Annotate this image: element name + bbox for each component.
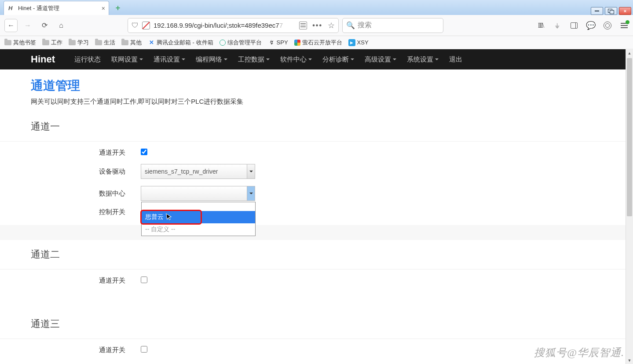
bookmarks-toolbar: 其他书签 工作 学习 生活 其他 ✕腾讯企业邮箱 - 收件箱 综合管理平台 ↯S… (0, 36, 633, 49)
url-text: 192.168.9.99/cgi-bin/luci/;stok=489fe39e… (154, 22, 283, 29)
dropdown-option-blank[interactable] (142, 202, 255, 211)
nav-forward-button[interactable]: → (21, 19, 34, 32)
chevron-down-icon (393, 58, 396, 62)
chevron-down-icon (182, 58, 185, 62)
window-minimize-button[interactable] (591, 7, 603, 15)
page-title: 通道管理 (31, 77, 626, 94)
label-ch2-switch: 通道开关 (31, 277, 141, 285)
nav-item-software[interactable]: 软件中心 (280, 55, 312, 64)
bookmark-folder[interactable]: 生活 (95, 39, 115, 47)
nav-item-program[interactable]: 编程网络 (196, 55, 227, 64)
window-titlebar: H Hinet - 通道管理 × + × (0, 0, 633, 15)
bookmark-folder[interactable]: 学习 (69, 39, 89, 47)
nav-item-advanced[interactable]: 高级设置 (365, 55, 396, 64)
folder-icon (42, 40, 49, 45)
nav-item-network[interactable]: 联网设置 (111, 55, 143, 64)
bookmark-star-icon[interactable]: ☆ (328, 21, 335, 30)
chevron-down-icon (139, 58, 143, 62)
folder-icon (69, 40, 76, 45)
link-icon (294, 40, 300, 46)
url-field[interactable]: 🛡 192.168.9.99/cgi-bin/luci/;stok=489fe3… (128, 18, 339, 33)
folder-icon (95, 40, 102, 45)
new-tab-button[interactable]: + (112, 2, 124, 14)
window-close-button[interactable]: × (619, 7, 631, 15)
bookmark-folder[interactable]: 工作 (42, 39, 62, 47)
app-navbar: Hinet 运行状态 联网设置 通讯设置 编程网络 工控数据 软件中心 分析诊断… (0, 49, 626, 69)
section-ch3-heading: 通道三 (31, 317, 626, 331)
device-driver-value: siemens_s7_tcp_rw_driver (145, 168, 218, 175)
data-center-dropdown: 思普云 -- 自定义 -- (141, 202, 256, 236)
toolbar-right-cluster: III\ ⏚ 💬 (536, 21, 629, 30)
watermark-text: 搜狐号@华辰智通. (534, 346, 624, 360)
library-icon[interactable]: III\ (536, 21, 545, 30)
nav-item-plcdata[interactable]: 工控数据 (238, 55, 270, 64)
nav-item-logout[interactable]: 退出 (449, 55, 462, 64)
label-data-center: 数据中心 (31, 189, 141, 198)
folder-icon (121, 40, 128, 45)
search-placeholder: 搜索 (358, 21, 372, 30)
ch2-switch-checkbox[interactable] (141, 277, 147, 283)
nav-item-system[interactable]: 系统设置 (407, 55, 439, 64)
chevron-down-icon (435, 58, 439, 62)
chevron-down-icon (224, 58, 227, 62)
bookmark-link[interactable]: 综合管理平台 (220, 39, 262, 47)
label-ch3-switch: 通道开关 (31, 346, 141, 354)
reader-mode-icon[interactable] (299, 22, 307, 29)
cursor-icon (166, 212, 173, 221)
browser-toolbar: ← → ⟳ ⌂ 🛡 192.168.9.99/cgi-bin/luci/;sto… (0, 15, 633, 36)
section-ch1-heading: 通道一 (31, 120, 626, 133)
data-center-select[interactable]: 思普云 -- 自定义 -- (141, 186, 255, 201)
device-driver-select[interactable]: siemens_s7_tcp_rw_driver (141, 164, 255, 179)
pocket-icon[interactable]: ⏚ (553, 21, 562, 30)
chat-icon[interactable]: 💬 (586, 21, 595, 30)
nav-reload-button[interactable]: ⟳ (38, 19, 51, 32)
page-description: 网关可以同时支持三个通道同时工作,即可以同时对三个PLC进行数据采集 (31, 98, 626, 106)
label-device-driver: 设备驱动 (31, 167, 141, 176)
sidebar-icon[interactable] (570, 21, 578, 30)
search-box[interactable]: 🔍 搜索 (342, 18, 443, 33)
nav-item-diag[interactable]: 分析诊断 (322, 55, 354, 64)
bookmark-link[interactable]: ▶XSY (348, 39, 369, 46)
browser-tab[interactable]: H Hinet - 通道管理 × (4, 1, 109, 15)
nav-item-status[interactable]: 运行状态 (74, 55, 101, 64)
window-controls: × (591, 6, 633, 15)
window-maximize-button[interactable] (605, 7, 617, 15)
chevron-down-icon (247, 186, 255, 200)
link-icon: ↯ (268, 39, 275, 46)
label-ctrl-switch: 控制开关 (31, 208, 141, 216)
link-icon: ▶ (348, 39, 355, 46)
label-ch1-switch: 通道开关 (31, 149, 141, 157)
bookmark-link[interactable]: ↯SPY (268, 39, 288, 46)
dropdown-option-sipuyun[interactable]: 思普云 (142, 211, 255, 223)
account-icon[interactable] (603, 21, 612, 30)
app-brand[interactable]: Hinet (31, 54, 55, 65)
tab-close-icon[interactable]: × (102, 5, 105, 12)
ch3-switch-checkbox[interactable] (141, 346, 147, 353)
scroll-up-icon[interactable]: ▲ (626, 49, 633, 57)
vertical-scrollbar[interactable]: ▲ ▼ (626, 49, 633, 364)
nav-home-button[interactable]: ⌂ (55, 19, 68, 32)
bookmark-folder[interactable]: 其他 (121, 39, 142, 47)
ch1-switch-checkbox[interactable] (141, 149, 147, 155)
nav-back-button[interactable]: ← (4, 19, 18, 32)
page-actions-icon[interactable]: ••• (312, 22, 322, 29)
scroll-down-icon[interactable]: ▼ (626, 357, 633, 364)
dropdown-option-custom[interactable]: -- 自定义 -- (142, 223, 255, 236)
bookmark-link[interactable]: ✕腾讯企业邮箱 - 收件箱 (148, 39, 213, 47)
search-icon: 🔍 (346, 21, 355, 29)
scrollbar-thumb[interactable] (627, 58, 632, 216)
tab-favicon: H (8, 5, 15, 12)
bookmark-folder[interactable]: 其他书签 (4, 39, 36, 47)
app-menu-icon[interactable] (620, 21, 629, 30)
folder-icon (4, 40, 11, 45)
chevron-down-icon (308, 58, 312, 62)
section-ch2-heading: 通道二 (31, 248, 626, 261)
link-icon (220, 40, 226, 46)
bookmark-link[interactable]: 萤石云开放平台 (294, 39, 342, 47)
chevron-down-icon (351, 58, 354, 62)
shield-icon: 🛡 (132, 22, 139, 29)
page-content: Hinet 运行状态 联网设置 通讯设置 编程网络 工控数据 软件中心 分析诊断… (0, 49, 626, 364)
tab-title: Hinet - 通道管理 (18, 4, 59, 12)
nav-item-comm[interactable]: 通讯设置 (154, 55, 185, 64)
blocked-image-icon (142, 22, 150, 29)
